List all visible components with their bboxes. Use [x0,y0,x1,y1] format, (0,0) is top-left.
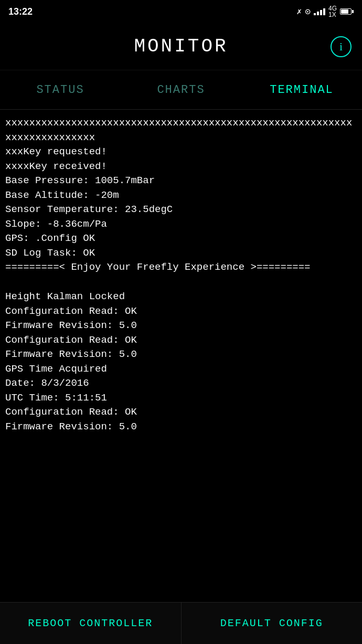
terminal-line: Firmware Revision: 5.0 [5,420,357,435]
default-config-button[interactable]: DEFAULT CONFIG [182,603,363,644]
terminal-line: Height Kalman Locked [5,290,357,304]
terminal-line: GPS Time Acquired [5,362,357,377]
terminal-line: =========< Enjoy Your Freefly Experience… [5,260,357,275]
bluetooth-icon: ✗ [297,6,302,17]
battery-icon [340,8,354,15]
terminal-line: Base Altitude: -20m [5,188,357,203]
status-bar: 13:22 ✗ ⊙ 4G1X [0,0,362,23]
terminal-line: xxxxxxxxxxxxxxxxxxxxxxxxxxxxxxxxxxxxxxxx… [5,116,357,145]
terminal-output: xxxxxxxxxxxxxxxxxxxxxxxxxxxxxxxxxxxxxxxx… [0,110,362,602]
terminal-line: SD Log Task: OK [5,246,357,261]
terminal-line: Firmware Revision: 5.0 [5,347,357,362]
terminal-line: Slope: -8.36cm/Pa [5,217,357,232]
signal-icon [314,8,325,15]
info-button[interactable]: i [331,36,352,57]
terminal-line: xxxKey requested! [5,145,357,160]
terminal-line: Base Pressure: 1005.7mBar [5,174,357,188]
wifi-icon: ⊙ [305,6,311,17]
app-title: MONITOR [134,36,228,57]
terminal-line [5,275,357,290]
terminal-line: Firmware Revision: 5.0 [5,319,357,333]
reboot-button[interactable]: REBOOT CONTROLLER [0,603,182,644]
terminal-line: Configuration Read: OK [5,304,357,319]
tab-charts[interactable]: CHARTS [121,70,241,109]
terminal-line: Configuration Read: OK [5,333,357,348]
tab-bar: STATUS CHARTS TERMINAL [0,70,362,110]
header: MONITOR i [0,23,362,70]
tab-status[interactable]: STATUS [0,70,121,109]
terminal-line: UTC Time: 5:11:51 [5,391,357,406]
terminal-line: Date: 8/3/2016 [5,376,357,391]
tab-terminal[interactable]: TERMINAL [241,70,362,109]
terminal-line: xxxxKey received! [5,160,357,174]
terminal-line: GPS: .Config OK [5,231,357,246]
status-icons: ✗ ⊙ 4G1X [297,5,354,18]
terminal-line: Sensor Temperature: 23.5degC [5,203,357,217]
network-type: 4G1X [328,5,337,18]
status-time: 13:22 [8,6,33,17]
terminal-line: Configuration Read: OK [5,405,357,420]
bottom-bar: REBOOT CONTROLLER DEFAULT CONFIG [0,602,362,644]
